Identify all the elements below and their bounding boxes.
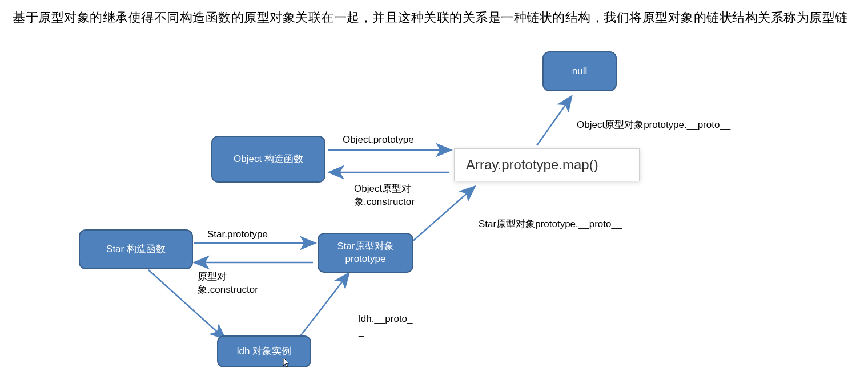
label-star-proto-proto: Star原型对象prototype.__proto__ bbox=[479, 218, 622, 231]
label-object-constructor-back: Object原型对 象.constructor bbox=[354, 183, 415, 209]
arrows-layer bbox=[0, 0, 868, 380]
node-star-constructor-label: Star 构造函数 bbox=[106, 243, 166, 256]
cursor-icon bbox=[283, 357, 291, 369]
svg-line-6 bbox=[411, 187, 474, 242]
node-ldh-instance-label: ldh 对象实例 bbox=[237, 345, 291, 358]
label-object-prototype: Object.prototype bbox=[343, 134, 414, 147]
node-star-constructor: Star 构造函数 bbox=[79, 229, 193, 269]
svg-line-7 bbox=[537, 97, 571, 145]
prototype-chain-diagram: null Object 构造函数 Star 构造函数 Star原型对象 prot… bbox=[0, 0, 868, 380]
node-null-label: null bbox=[572, 65, 587, 78]
tooltip-array-map: Array.prototype.map() bbox=[454, 148, 640, 181]
label-star-prototype: Star.prototype bbox=[207, 228, 268, 241]
label-star-constructor-back: 原型对 象.constructor bbox=[198, 270, 258, 297]
node-null: null bbox=[542, 51, 617, 91]
node-object-constructor: Object 构造函数 bbox=[211, 136, 326, 183]
node-star-prototype: Star原型对象 prototype bbox=[318, 233, 413, 273]
label-object-proto-proto: Object原型对象prototype.__proto__ bbox=[577, 119, 730, 132]
node-star-prototype-label: Star原型对象 prototype bbox=[337, 240, 393, 265]
label-ldh-proto: ldh.__proto_ _ bbox=[359, 313, 413, 339]
svg-line-5 bbox=[300, 274, 348, 337]
tooltip-text: Array.prototype.map() bbox=[466, 157, 598, 172]
node-object-constructor-label: Object 构造函数 bbox=[234, 153, 303, 165]
node-ldh-instance: ldh 对象实例 bbox=[217, 335, 311, 367]
